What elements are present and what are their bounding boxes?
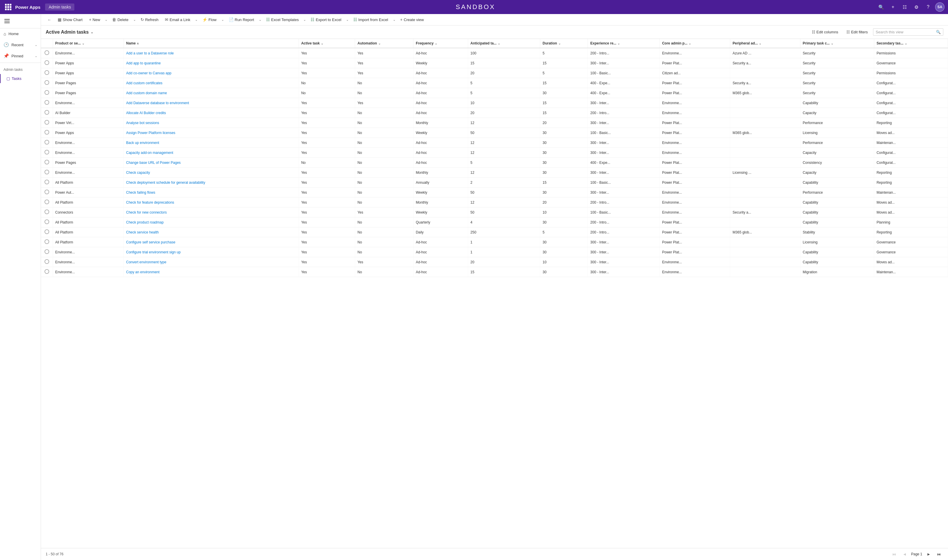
row-name[interactable]: Check failing flows (123, 188, 299, 197)
help-icon[interactable]: ? (923, 2, 933, 12)
row-radio[interactable] (41, 48, 53, 58)
avatar[interactable]: SA (935, 2, 945, 12)
row-name[interactable]: Convert environment type (123, 257, 299, 267)
flow-button[interactable]: ⚡ Flow (199, 16, 219, 23)
row-name[interactable]: Back up environment (123, 138, 299, 148)
row-name[interactable]: Analyse bot sessions (123, 118, 299, 128)
row-radio[interactable] (41, 168, 53, 178)
col-secondary-task[interactable]: Secondary tas...⌄ (874, 39, 948, 48)
email-link-button[interactable]: ✉ Email a Link (162, 16, 193, 23)
row-radio[interactable] (41, 138, 53, 148)
back-button[interactable]: ← (45, 16, 54, 23)
row-name[interactable]: Check deployment schedule for general av… (123, 178, 299, 188)
row-name[interactable]: Configure self service purchase (123, 237, 299, 247)
email-link-chevron[interactable]: ⌄ (194, 16, 199, 23)
add-icon[interactable]: + (888, 2, 898, 12)
show-chart-button[interactable]: ▦ Show Chart (55, 16, 85, 23)
row-name[interactable]: Assign Power Platform licenses (123, 128, 299, 138)
settings-icon[interactable]: ⚙ (912, 2, 921, 12)
row-name[interactable]: Add app to quarantine (123, 58, 299, 68)
sidebar-item-recent[interactable]: 🕑 Recent ⌄ (0, 39, 41, 50)
row-radio[interactable] (41, 188, 53, 197)
row-radio[interactable] (41, 267, 53, 277)
row-radio[interactable] (41, 88, 53, 98)
sidebar-item-tasks[interactable]: ▢ Tasks (0, 74, 41, 83)
row-name[interactable]: Check capacity (123, 168, 299, 178)
view-title[interactable]: Active Admin tasks ⌄ (46, 29, 93, 35)
row-name[interactable]: Check product roadmap (123, 217, 299, 227)
row-radio[interactable] (41, 257, 53, 267)
export-excel-chevron[interactable]: ⌄ (345, 16, 350, 23)
row-radio[interactable] (41, 158, 53, 168)
hamburger-button[interactable] (2, 16, 12, 26)
row-name[interactable]: Change base URL of Power Pages (123, 158, 299, 168)
delete-chevron[interactable]: ⌄ (132, 16, 137, 23)
row-radio[interactable] (41, 208, 53, 217)
row-radio[interactable] (41, 178, 53, 188)
refresh-button[interactable]: ↻ Refresh (137, 16, 162, 23)
col-name[interactable]: Name∧ (123, 39, 299, 48)
row-radio[interactable] (41, 217, 53, 227)
last-page-button[interactable]: ⏭ (935, 550, 943, 558)
new-button[interactable]: + New (86, 16, 103, 23)
run-report-button[interactable]: 📄 Run Report (226, 16, 257, 23)
delete-button[interactable]: 🗑 Delete (109, 16, 131, 23)
row-name[interactable]: Add co-owner to Canvas app (123, 68, 299, 78)
row-radio[interactable] (41, 118, 53, 128)
excel-templates-chevron[interactable]: ⌄ (302, 16, 307, 23)
col-anticipated[interactable]: Anticipated ta...⌄ (468, 39, 540, 48)
col-duration[interactable]: Duration⌄ (540, 39, 588, 48)
search-box[interactable]: 🔍 (873, 28, 943, 36)
row-radio[interactable] (41, 237, 53, 247)
excel-templates-button[interactable]: ☷ Excel Templates (263, 16, 302, 23)
col-experience[interactable]: Experience re...⌄ (588, 39, 660, 48)
breadcrumb[interactable]: Admin tasks (45, 3, 74, 11)
search-input[interactable] (876, 30, 934, 34)
edit-columns-button[interactable]: ☷ Edit columns (809, 28, 841, 36)
col-product[interactable]: Product or se...⌄ (53, 39, 123, 48)
sidebar-item-home[interactable]: ⌂ Home (0, 28, 41, 39)
run-report-chevron[interactable]: ⌄ (257, 16, 263, 23)
col-automation[interactable]: Automation⌄ (355, 39, 413, 48)
col-active-task[interactable]: Active task⌄ (299, 39, 355, 48)
row-name[interactable]: Configure trial environment sign up (123, 247, 299, 257)
search-icon[interactable]: 🔍 (877, 2, 886, 12)
row-radio[interactable] (41, 108, 53, 118)
row-radio[interactable] (41, 148, 53, 158)
prev-page-button[interactable]: ◄ (900, 550, 909, 558)
next-page-button[interactable]: ► (925, 550, 933, 558)
create-view-button[interactable]: + Create view (397, 16, 427, 23)
import-excel-button[interactable]: ☷ Import from Excel (350, 16, 391, 23)
export-excel-button[interactable]: ☷ Export to Excel (308, 16, 344, 23)
row-radio[interactable] (41, 58, 53, 68)
row-name[interactable]: Add custom certificates (123, 78, 299, 88)
row-name[interactable]: Check for new connectors (123, 208, 299, 217)
row-name[interactable]: Add a user to a Dataverse role (123, 48, 299, 58)
row-name[interactable]: Check for feature deprecations (123, 197, 299, 208)
row-name[interactable]: Check service health (123, 227, 299, 237)
flow-chevron[interactable]: ⌄ (220, 16, 225, 23)
row-name[interactable]: Allocate AI Builder credits (123, 108, 299, 118)
row-name[interactable]: Copy an environment (123, 267, 299, 277)
col-core-admin[interactable]: Core admin p...⌄ (660, 39, 730, 48)
col-peripheral[interactable]: Peripheral ad...⌄ (730, 39, 800, 48)
row-radio[interactable] (41, 68, 53, 78)
row-name[interactable]: Add custom domain name (123, 88, 299, 98)
filter-icon[interactable]: ☷ (900, 2, 909, 12)
col-frequency[interactable]: Frequency⌄ (413, 39, 468, 48)
new-chevron[interactable]: ⌄ (104, 16, 109, 23)
row-name[interactable]: Add Dataverse database to environment (123, 98, 299, 108)
row-radio[interactable] (41, 98, 53, 108)
import-excel-chevron[interactable]: ⌄ (392, 16, 397, 23)
row-radio[interactable] (41, 247, 53, 257)
waffle-icon[interactable] (3, 2, 13, 12)
col-primary-task[interactable]: Primary task c...⌄ (800, 39, 874, 48)
row-radio[interactable] (41, 128, 53, 138)
first-page-button[interactable]: ⏮ (890, 550, 898, 558)
edit-filters-button[interactable]: ☷ Edit filters (843, 28, 871, 36)
row-radio[interactable] (41, 197, 53, 208)
row-radio[interactable] (41, 78, 53, 88)
row-name[interactable]: Capacity add-on management (123, 148, 299, 158)
row-radio[interactable] (41, 227, 53, 237)
sidebar-item-pinned[interactable]: 📌 Pinned ⌄ (0, 50, 41, 62)
